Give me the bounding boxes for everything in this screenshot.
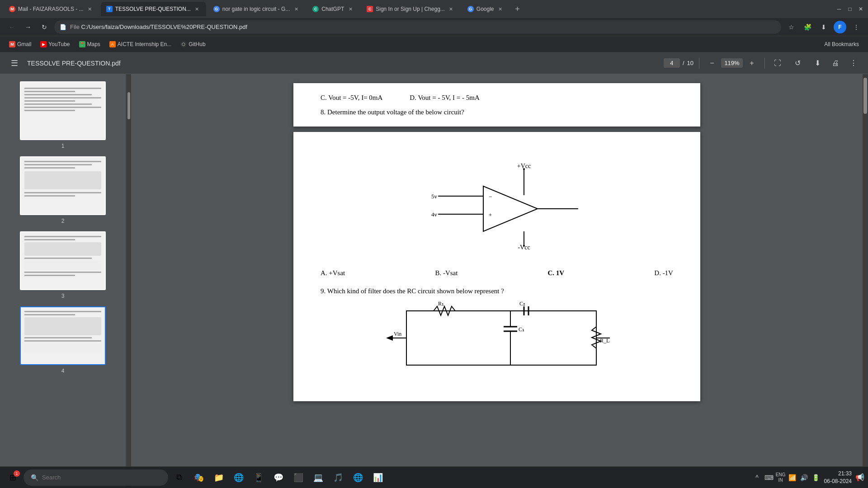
fit-page-button[interactable]: ⛶ [770, 56, 785, 70]
bookmark-aicte[interactable]: A AICTE Internship En... [106, 39, 175, 49]
pdf-page4-options: C. Vout = -5V, I= 0mA D. Vout = - 5V, I … [321, 92, 673, 117]
tab-google[interactable]: G Google ✕ [462, 2, 509, 16]
q8-option-a: A. +Vsat [321, 267, 345, 278]
taskbar-search[interactable]: 🔍 [24, 469, 168, 486]
pdf-options-row: C. Vout = -5V, I= 0mA D. Vout = - 5V, I … [321, 92, 673, 103]
taskbar-app-1[interactable]: 🎭 [190, 469, 208, 487]
extension-icon[interactable]: 🧩 [801, 21, 814, 33]
taskbar: ⊞ 1 🔍 ⧉ 🎭 📁 🌐 📱 💬 ⬛ [0, 466, 868, 488]
question8-text: 8. Determine the output voltage of the b… [321, 107, 673, 117]
opamp-body [483, 186, 538, 231]
pdf-print-button[interactable]: 🖨 [828, 56, 843, 70]
thumb-num-3: 3 [61, 293, 65, 299]
taskbar-app-9[interactable]: 🌐 [349, 469, 367, 487]
pdf-content-area[interactable]: C. Vout = -5V, I= 0mA D. Vout = - 5V, I … [131, 74, 863, 488]
taskbar-app-5[interactable]: 💬 [269, 469, 288, 487]
thumb-img-2 [21, 157, 105, 214]
reload-button[interactable]: ↻ [38, 21, 51, 33]
github-favicon: ⬡ [180, 41, 187, 47]
maximize-button[interactable]: □ [846, 5, 854, 13]
close-window-button[interactable]: ✕ [857, 5, 864, 13]
notification-icon[interactable]: 📢 [855, 473, 864, 482]
task-view-button[interactable]: ⧉ [170, 469, 188, 487]
q8-answers: A. +Vsat B. -Vsat C. 1V D. -1V [321, 267, 673, 278]
tab-close-chegg[interactable]: ✕ [448, 5, 455, 13]
pdf-download-button[interactable]: ⬇ [810, 56, 825, 70]
tab-chegg[interactable]: C Sign In or Sign Up | Chegg... ✕ [361, 2, 460, 16]
wifi-icon[interactable]: 📶 [788, 473, 797, 482]
taskbar-app-2[interactable]: 📁 [210, 469, 228, 487]
zoom-in-button[interactable]: + [745, 56, 759, 70]
tab-bar: M Mail - FAIZARASOOLS - ... ✕ T TESSOLVE… [0, 0, 868, 18]
tab-close-google[interactable]: ✕ [497, 5, 504, 13]
minimize-button[interactable]: ─ [835, 5, 843, 13]
pdf-menu-button[interactable]: ☰ [7, 56, 22, 70]
taskbar-app-3[interactable]: 🌐 [230, 469, 248, 487]
new-tab-button[interactable]: + [511, 3, 524, 15]
terminal-icon: ⬛ [293, 473, 303, 483]
taskbar-app-6[interactable]: ⬛ [289, 469, 307, 487]
q8-option-b: B. -Vsat [435, 267, 458, 278]
tab-close-chatgpt[interactable]: ✕ [347, 5, 354, 13]
vcc-neg-label: -Vcc [518, 244, 530, 251]
thumbnail-3[interactable]: 3 [20, 231, 106, 299]
taskbar-app-8[interactable]: 🎵 [329, 469, 347, 487]
profile-button[interactable]: F [834, 21, 846, 33]
pdf-page-top-partial: C. Vout = -5V, I= 0mA D. Vout = - 5V, I … [293, 83, 700, 127]
url-bar[interactable]: 📄 File C:/Users/faiza/Downloads/TESSOLVE… [54, 20, 781, 34]
all-bookmarks-button[interactable]: All Bookmarks [821, 39, 863, 49]
thumb-num-1: 1 [61, 143, 65, 149]
chat-icon: 💬 [274, 473, 283, 483]
start-button[interactable]: ⊞ 1 [4, 469, 22, 487]
v-minus-text: 5v [431, 193, 438, 200]
pdf-more-button[interactable]: ⋮ [846, 56, 861, 70]
gmail-favicon: M [9, 41, 15, 47]
tab-tessolve[interactable]: T TESSOLVE PRE-QUESTION... ✕ [101, 2, 206, 16]
rotate-button[interactable]: ↺ [790, 56, 805, 70]
battery-icon[interactable]: 🔋 [811, 473, 821, 482]
tab-close-mail[interactable]: ✕ [86, 5, 94, 13]
keyboard-icon[interactable]: ⌨ [764, 473, 774, 482]
taskbar-app-10[interactable]: 📊 [369, 469, 387, 487]
download-icon[interactable]: ⬇ [817, 21, 830, 33]
tab-norgate[interactable]: G nor gate in logic circuit - G... ✕ [208, 2, 305, 16]
star-bookmark-icon[interactable]: ☆ [785, 21, 797, 33]
pdf-total-pages: 10 [687, 60, 693, 66]
thumbnail-4[interactable]: 4 [20, 306, 106, 374]
bookmark-gmail[interactable]: M Gmail [5, 39, 35, 49]
bookmark-youtube-label: YouTube [48, 41, 70, 47]
q8-option-c: C. 1V [548, 267, 565, 278]
tab-bar-left: M Mail - FAIZARASOOLS - ... ✕ T TESSOLVE… [4, 2, 835, 16]
pdf-page-input[interactable]: 4 [664, 58, 680, 68]
thumbnail-2[interactable]: 2 [20, 156, 106, 224]
back-button[interactable]: ← [5, 21, 18, 33]
lang-icon[interactable]: ENGIN [776, 473, 785, 482]
taskbar-app-7[interactable]: 💻 [309, 469, 327, 487]
pdf-zoom-input[interactable]: 119% [721, 58, 743, 68]
sound-icon[interactable]: 🔊 [800, 473, 809, 482]
content-scroll-thumb[interactable] [863, 78, 867, 114]
bookmark-maps[interactable]: 📍 Maps [75, 39, 104, 49]
tab-chatgpt[interactable]: C ChatGPT ✕ [307, 2, 359, 16]
system-clock[interactable]: 21:33 06-08-2024 [824, 470, 852, 485]
content-scroll-track[interactable] [863, 74, 868, 488]
option-d-text: D. Vout = - 5V, I = - 5mA [410, 92, 479, 103]
bookmark-github[interactable]: ⬡ GitHub [177, 39, 209, 49]
sidebar-scroll-thumb[interactable] [127, 92, 130, 119]
sidebar-scroll-track[interactable] [127, 74, 131, 488]
taskbar-left: ⊞ 1 🔍 ⧉ 🎭 📁 🌐 📱 💬 ⬛ [4, 469, 387, 487]
forward-button[interactable]: → [22, 21, 34, 33]
menu-icon[interactable]: ⋮ [850, 21, 863, 33]
taskbar-search-input[interactable] [42, 474, 161, 481]
taskbar-app-4[interactable]: 📱 [250, 469, 268, 487]
vin-label: Vin [394, 331, 401, 337]
tab-close-norgate[interactable]: ✕ [292, 5, 300, 13]
thumbnail-1[interactable]: 1 [20, 81, 106, 149]
tab-title-mail: Mail - FAIZARASOOLS - ... [18, 6, 84, 12]
bookmark-maps-label: Maps [87, 41, 100, 47]
tab-close-tessolve[interactable]: ✕ [193, 5, 201, 13]
bookmark-youtube[interactable]: ▶ YouTube [37, 39, 73, 49]
tray-expand-icon[interactable]: ^ [753, 473, 762, 482]
zoom-out-button[interactable]: − [705, 56, 719, 70]
tab-mail[interactable]: M Mail - FAIZARASOOLS - ... ✕ [4, 2, 99, 16]
